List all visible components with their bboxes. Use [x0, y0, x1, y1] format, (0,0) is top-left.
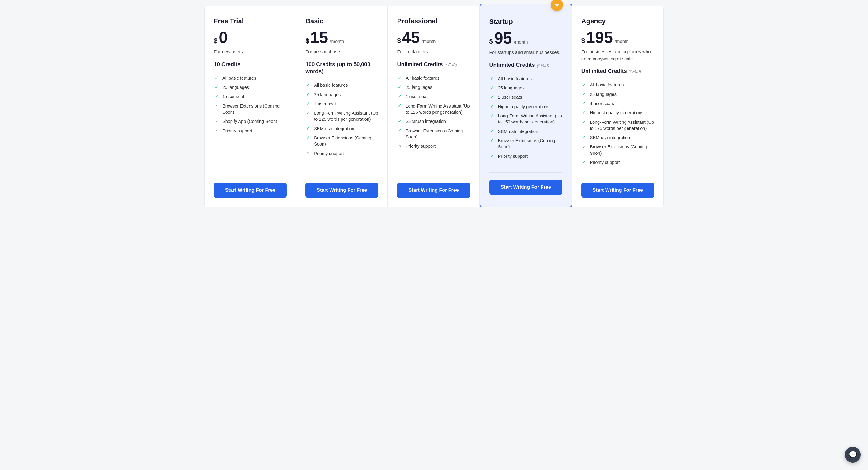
feature-text: Higher quality generations — [498, 104, 550, 110]
feature-text: Priority support — [314, 150, 344, 156]
cta-button-agency[interactable]: Start Writing For Free — [581, 183, 654, 198]
check-icon: ✓ — [397, 103, 402, 109]
check-icon: ✓ — [581, 144, 587, 149]
list-item: ✓All basic features — [214, 74, 287, 83]
list-item: ✓SEMrush integration — [490, 127, 562, 136]
check-icon: ✓ — [490, 129, 495, 134]
list-item: ✓25 languages — [581, 90, 654, 99]
credits-section: Unlimited Credits(* FUP) — [397, 61, 470, 68]
price-dollar-sign: $ — [214, 37, 217, 45]
plan-card-basic: Basic$15/monthFor personal use.100 Credi… — [296, 6, 388, 207]
cta-button-free-trial[interactable]: Start Writing For Free — [214, 183, 287, 198]
credits-section: 100 Credits (up to 50,000 words) — [305, 61, 378, 76]
card-divider — [581, 176, 654, 176]
feature-text: Long-Form Writing Assistant (Up to 150 w… — [498, 113, 562, 125]
feature-text: 25 languages — [405, 84, 432, 90]
featured-star-badge: ★ — [551, 0, 563, 11]
plan-tagline: For businesses and agencies who need cop… — [581, 49, 654, 62]
plan-name: Free Trial — [214, 17, 287, 25]
list-item: ✓Long-Form Writing Assistant (Up to 125 … — [397, 101, 470, 117]
check-icon: ✓ — [397, 94, 402, 99]
feature-text: Long-Form Writing Assistant (Up to 125 w… — [405, 103, 470, 116]
feature-text: Priority support — [590, 159, 620, 166]
check-icon: ✓ — [490, 113, 495, 119]
cross-icon: × — [397, 143, 402, 149]
list-item: ✓Long-Form Writing Assistant (Up to 175 … — [581, 118, 654, 133]
card-divider — [305, 176, 378, 176]
list-item: ✓1 user seat — [397, 92, 470, 101]
list-item: ✓SEMrush integration — [581, 133, 654, 142]
plan-card-professional: Professional$45/monthFor freelancers.Unl… — [388, 6, 479, 207]
feature-text: 25 languages — [222, 84, 249, 90]
feature-text: Priority support — [498, 153, 528, 159]
check-icon: ✓ — [214, 94, 219, 99]
plan-name: Basic — [305, 17, 378, 25]
credits-label: 100 Credits (up to 50,000 words) — [305, 61, 378, 76]
check-icon: ✓ — [305, 110, 311, 116]
plan-card-startup: ★Startup$95/monthFor startups and small … — [479, 4, 572, 207]
feature-text: 1 user seat — [314, 101, 336, 107]
feature-text: Browser Extensions (Coming Soon) — [314, 135, 378, 147]
list-item: ✓SEMrush integration — [397, 117, 470, 126]
feature-text: Priority support — [405, 143, 436, 149]
list-item: ✓Highest quality generations — [581, 108, 654, 117]
check-icon: ✓ — [305, 135, 311, 141]
cta-button-startup[interactable]: Start Writing For Free — [490, 180, 562, 195]
price-period: /month — [422, 39, 436, 44]
feature-text: All basic features — [222, 75, 256, 81]
price-dollar-sign: $ — [397, 37, 401, 45]
feature-text: 4 user seats — [590, 100, 614, 107]
chat-support-button[interactable]: 💬 — [845, 447, 861, 463]
feature-text: All basic features — [498, 76, 532, 82]
plan-name: Professional — [397, 17, 470, 25]
cross-icon: × — [214, 119, 219, 124]
credits-label: Unlimited Credits — [397, 61, 442, 68]
list-item: ✓4 user seats — [581, 99, 654, 108]
feature-text: SEMrush integration — [314, 126, 354, 132]
feature-text: Highest quality generations — [590, 110, 644, 116]
check-icon: ✓ — [490, 85, 495, 91]
features-list: ✓All basic features✓25 languages✓2 user … — [490, 74, 562, 164]
check-icon: ✓ — [490, 104, 495, 109]
check-icon: ✓ — [397, 85, 402, 90]
plan-tagline: For startups and small businesses. — [490, 49, 562, 56]
list-item: ✓Browser Extensions (Coming Soon) — [305, 133, 378, 149]
cta-button-basic[interactable]: Start Writing For Free — [305, 183, 378, 198]
list-item: ✓Browser Extensions (Coming Soon) — [397, 126, 470, 142]
list-item: ✓1 user seat — [305, 99, 378, 109]
features-list: ✓All basic features✓25 languages✓1 user … — [214, 74, 287, 167]
plan-name: Startup — [490, 18, 562, 26]
price-period: /month — [514, 39, 528, 45]
feature-text: All basic features — [314, 82, 348, 88]
plan-tagline: For personal use. — [305, 49, 378, 55]
feature-text: Long-Form Writing Assistant (Up to 125 w… — [314, 110, 378, 122]
cta-button-professional[interactable]: Start Writing For Free — [397, 183, 470, 198]
feature-text: 1 user seat — [222, 93, 244, 99]
list-item: ✓All basic features — [397, 74, 470, 83]
list-item: ✓All basic features — [490, 74, 562, 83]
list-item: ✓SEMrush integration — [305, 124, 378, 133]
credits-fup: (* FUP) — [444, 63, 457, 67]
cross-icon: × — [305, 151, 311, 156]
list-item: ×Priority support — [305, 149, 378, 158]
credits-section: Unlimited Credits(* FUP) — [490, 62, 562, 69]
pricing-grid: Free Trial$0For new users.10 Credits✓All… — [204, 6, 664, 207]
list-item: ✓Long-Form Writing Assistant (Up to 150 … — [490, 111, 562, 127]
feature-text: Browser Extensions (Coming Soon) — [405, 128, 470, 140]
price-row: $95/month — [490, 30, 562, 46]
credits-label: Unlimited Credits — [490, 62, 535, 69]
check-icon: ✓ — [581, 110, 587, 116]
card-divider — [397, 176, 470, 176]
price-period: /month — [615, 39, 629, 44]
credits-section: 10 Credits — [214, 61, 287, 68]
feature-text: SEMrush integration — [405, 118, 446, 124]
cross-icon: × — [214, 128, 219, 134]
price-dollar-sign: $ — [581, 37, 585, 45]
check-icon: ✓ — [490, 153, 495, 159]
feature-text: Long-Form Writing Assistant (Up to 175 w… — [590, 119, 654, 132]
cross-icon: × — [214, 103, 219, 109]
feature-text: Browser Extensions (Coming Soon) — [590, 144, 654, 156]
check-icon: ✓ — [490, 94, 495, 100]
list-item: ✓Higher quality generations — [490, 102, 562, 111]
credits-section: Unlimited Credits(* FUP) — [581, 68, 654, 75]
